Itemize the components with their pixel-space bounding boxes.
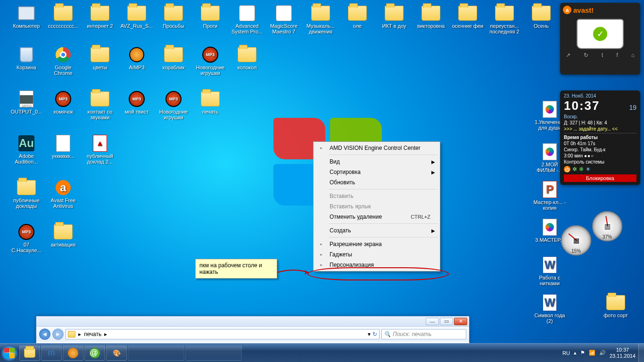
menu-item-label: Отменить удаление [330, 214, 382, 220]
desktop-icon[interactable]: печать [192, 90, 228, 115]
desktop-icon[interactable]: осенние феи [450, 5, 486, 29]
context-menu-item[interactable]: ▫Гаджеты [314, 249, 439, 260]
gear-icon[interactable]: ✲ [572, 166, 577, 173]
twitter-icon[interactable]: t [602, 52, 603, 58]
icon-label: Новогодние игрушки [192, 65, 228, 76]
desktop-icon[interactable]: MP3Новогодние игрушки [192, 46, 228, 76]
tray-clock[interactable]: 10:37 23.11.2014 [610, 347, 636, 358]
desktop-icon[interactable]: AIMP3 [119, 46, 155, 70]
nav-forward-button[interactable]: ► [52, 329, 64, 340]
desktop-icon[interactable]: Музыкаль... движения [303, 5, 339, 34]
desktop-icon[interactable]: Просьбы [156, 5, 191, 29]
desktop-icon[interactable]: MP3мой твист [119, 90, 155, 115]
taskbar-app-aimp[interactable] [63, 346, 83, 361]
breadcrumb-segment[interactable]: печать [84, 331, 101, 337]
desktop-icon[interactable]: Google Chrome [45, 46, 81, 76]
desktop-icon[interactable]: AVZ_Rus_S... [119, 5, 155, 29]
nav-back-button[interactable]: ◄ [39, 329, 50, 340]
export-icon[interactable]: ↗ [566, 52, 570, 58]
desktop-icon[interactable]: публичные доклады [8, 179, 44, 209]
taskbar-app-green[interactable]: @ [84, 346, 105, 361]
taskbar-window-1[interactable] [128, 346, 184, 361]
address-bar[interactable]: ▸ печать ▸ ▾ ↻ [66, 329, 380, 339]
close-button[interactable]: ✕ [454, 318, 467, 325]
menu-item-label: Разрешение экрана [330, 241, 382, 247]
taskbar-app-maxthon[interactable]: m [41, 346, 62, 361]
system-meter-gadget[interactable]: ▦ 15% ▥ 37% [561, 211, 622, 256]
desktop-icon[interactable]: фото сорт [598, 294, 634, 318]
refresh-icon[interactable]: ↻ [372, 331, 377, 337]
desktop-icon[interactable]: Advanced System Pro... [229, 5, 265, 34]
gadget-button-row: ⏻ ✲ ❋ ☀ [564, 166, 636, 173]
desktop-icon[interactable]: колокол [229, 46, 265, 70]
cpu-icon: ▦ [573, 237, 579, 244]
folder-icon [17, 179, 36, 196]
minimize-button[interactable]: — [426, 318, 439, 325]
clock-gadget[interactable]: 23. Нояб. 2014 10:3719 Воскр. Д: 327 | Н… [560, 90, 640, 185]
chevron-down-icon[interactable]: ▾ [368, 331, 371, 337]
flag-icon[interactable]: ⚑ [580, 350, 585, 356]
volume-icon[interactable]: 🔊 [599, 350, 606, 356]
desktop-icon[interactable]: контакт со звуками [82, 90, 118, 120]
context-menu-item[interactable]: Отменить удалениеCTRL+Z [314, 212, 439, 222]
explorer-window[interactable]: — ▭ ✕ ◄ ► ▸ печать ▸ ▾ ↻ 🔍 Поиск: печать [36, 316, 470, 344]
lock-button[interactable]: Блокировка [564, 174, 636, 182]
desktop-icon[interactable]: WРабота с нитками [532, 256, 568, 286]
sun-icon[interactable]: ☀ [586, 166, 591, 173]
desktop-icon[interactable]: Компьютер [8, 5, 44, 29]
explorer-titlebar[interactable]: — ▭ ✕ [36, 316, 469, 327]
desktop-icon[interactable]: MP3Новогодние игрушки [156, 90, 191, 120]
maximize-button[interactable]: ▭ [440, 318, 453, 325]
context-menu-item[interactable]: Сортировка▶ [314, 167, 439, 177]
refresh-icon[interactable]: ↻ [584, 52, 588, 58]
taskbar-window-2[interactable] [185, 346, 242, 361]
facebook-icon[interactable]: f [616, 52, 618, 58]
desktop-icon[interactable]: уккккккк... [45, 135, 81, 159]
show-hidden-icon[interactable]: ▴ [574, 350, 577, 356]
power-icon[interactable]: ⏻ [564, 166, 570, 173]
taskbar-app-paint[interactable]: 🎨 [106, 346, 127, 361]
network-icon[interactable]: 📶 [589, 350, 595, 356]
desktop-icon[interactable]: AuAdobe Audition... [8, 135, 44, 165]
folder-icon [385, 5, 404, 22]
folder-icon [201, 5, 220, 22]
context-menu-item[interactable]: ▫Разрешение экрана [314, 239, 439, 249]
desktop-icon[interactable]: MP307 С.Насауле... [8, 223, 44, 253]
system-tray[interactable]: RU ▴ ⚑ 📶 🔊 10:37 23.11.2014 [560, 347, 638, 358]
desktop-icon[interactable]: Проги [192, 5, 228, 29]
desktop-icon[interactable]: WСимвол года (2) [532, 294, 568, 324]
taskbar-app-explorer[interactable] [19, 346, 40, 361]
explorer-search-input[interactable]: 🔍 Поиск: печать [381, 329, 466, 339]
desktop-icon[interactable]: MPEGOUTPUT_0... [8, 90, 44, 115]
desktop-icon[interactable]: MP3хомячок [45, 90, 81, 115]
context-menu-item[interactable]: Обновить [314, 177, 439, 188]
desktop-icon[interactable]: ▲публичный доклад 2... [82, 135, 118, 165]
desktop-icon[interactable]: MagicScore Maestro 7 [266, 5, 302, 34]
desktop-icon[interactable]: ИКТ в доу [376, 5, 412, 29]
desktop-icon[interactable]: Осень [523, 5, 559, 29]
desktop-icon[interactable]: PМастер-кл... - копия [532, 181, 568, 211]
desktop-icon[interactable]: aAvast Free Antivirus [45, 179, 81, 209]
desktop-icon[interactable]: оле [339, 5, 375, 29]
show-desktop-button[interactable] [638, 344, 644, 362]
taskbar[interactable]: m @ 🎨 RU ▴ ⚑ 📶 🔊 10:37 23.11.2014 [0, 343, 644, 362]
avast-gadget[interactable]: a avast! ✓ ↗ ↻ t f ⌂ [560, 3, 640, 74]
desktop-icon[interactable]: интернет 2 [82, 5, 118, 29]
avast-logo-icon: a [563, 6, 571, 14]
home-icon[interactable]: ⌂ [631, 52, 635, 58]
desktop-icon[interactable]: цветы [82, 46, 118, 70]
sparkle-icon[interactable]: ❋ [579, 166, 584, 173]
desktop-icon[interactable]: кораблик [156, 46, 191, 70]
desktop-icon[interactable]: Корзина [8, 46, 44, 70]
desktop-icon[interactable]: викторовна [413, 5, 449, 29]
context-menu-item[interactable]: ▫AMD VISION Engine Control Center [314, 143, 439, 153]
context-menu-item[interactable]: Вид▶ [314, 156, 439, 167]
desktop-icon[interactable]: активация [45, 223, 81, 247]
tray-lang[interactable]: RU [562, 350, 570, 356]
desktop-icon[interactable]: сссссссссс... [45, 5, 81, 29]
desktop-icon[interactable]: переустан... последняя 2 [487, 5, 522, 34]
mp3-icon: MP3 [127, 90, 146, 107]
start-button[interactable] [0, 344, 19, 362]
context-menu-item[interactable]: Создать▶ [314, 225, 439, 236]
icon-label: интернет 2 [82, 23, 118, 29]
